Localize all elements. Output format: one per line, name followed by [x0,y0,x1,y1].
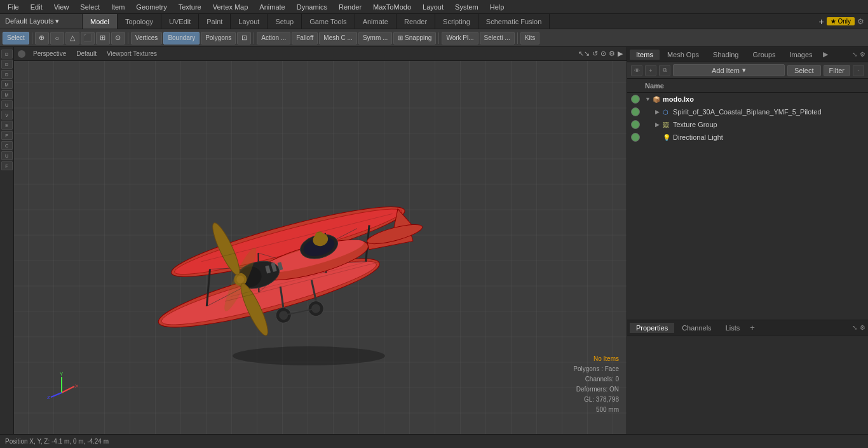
rp-tab-more[interactable]: ▶ [820,50,831,58]
work-pl-btn[interactable]: Work Pl... [442,32,478,44]
prop-tab-plus[interactable]: + [747,323,757,332]
action-btn[interactable]: Action ... [257,32,290,44]
sidebar-tool-2[interactable]: D [1,60,13,69]
layout-tab-game-tools[interactable]: Game Tools [302,14,355,29]
menu-item-system[interactable]: System [450,2,484,12]
layout-tab-schematic-fusion[interactable]: Schematic Fusion [478,14,550,29]
transform-icon-btn[interactable]: ⬛ [81,32,95,44]
add-item-btn[interactable]: Add Item ▾ [673,64,785,76]
sidebar-tool-10[interactable]: C [1,141,13,150]
prop-tab-lists[interactable]: Lists [719,323,747,333]
rp-tab-images[interactable]: Images [783,50,819,60]
layout-settings-icon[interactable]: ⚙ [857,17,864,26]
menu-item-select[interactable]: Select [75,2,105,12]
polygons-btn[interactable]: Polygons [201,32,236,44]
sidebar-tool-12[interactable]: F [1,161,13,170]
layout-dropdown[interactable]: Default Layouts ▾ [0,14,83,29]
rp-tab-groups[interactable]: Groups [746,50,782,60]
layout-tab-layout[interactable]: Layout [231,14,268,29]
select-mode-btn[interactable]: Select [3,32,29,44]
viewport-toggle-dot[interactable] [18,50,25,58]
circle-icon-btn[interactable]: ⊙ [111,32,125,44]
sidebar-tool-5[interactable]: M [1,90,13,99]
viewport-canvas[interactable]: X Y Z No Items Polygons : Face Channels:… [14,61,627,434]
vis-dot-modo-lxo[interactable] [631,95,640,104]
prop-maximize-icon[interactable]: ⤡ [852,324,857,331]
sidebar-tool-6[interactable]: U [1,100,13,109]
items-select-btn[interactable]: Select [787,65,821,76]
viewport-icon-arrows[interactable]: ↖↘ [578,50,590,58]
vis-dot-biplane[interactable] [631,107,640,116]
symm-btn[interactable]: Symm ... [358,32,392,44]
menu-item-animate[interactable]: Animate [254,2,290,12]
prop-tab-channels[interactable]: Channels [675,323,717,333]
menu-item-layout[interactable]: Layout [417,2,449,12]
sidebar-tool-4[interactable]: M [1,80,13,89]
menu-item-texture[interactable]: Texture [173,2,207,12]
item-row-modo-lxo[interactable]: ▼ 📦 modo.lxo [627,93,868,105]
layout-tab-topology[interactable]: Topology [118,14,161,29]
grid-icon-btn[interactable]: ⊞ [96,32,110,44]
perspective-label[interactable]: Perspective [31,50,69,58]
kits-btn[interactable]: Kits [520,32,540,44]
sidebar-tool-11[interactable]: U [1,151,13,160]
prop-settings-icon[interactable]: ⚙ [860,324,865,331]
rp-settings-icon[interactable]: ⚙ [860,51,865,58]
viewport-icon-play[interactable]: ▶ [618,50,623,58]
layout-tab-render[interactable]: Render [397,14,435,29]
rp-maximize-icon[interactable]: ⤡ [852,51,857,58]
snap-icon-btn[interactable]: △ [65,32,79,44]
rp-tab-shading[interactable]: Shading [707,50,745,60]
menu-item-geometry[interactable]: Geometry [131,2,172,12]
menu-item-item[interactable]: Item [106,2,130,12]
menu-item-help[interactable]: Help [485,2,510,12]
mesh-c-btn[interactable]: Mesh C ... [319,32,357,44]
sidebar-tool-1[interactable]: D [1,50,13,58]
menu-item-dynamics[interactable]: Dynamics [292,2,332,12]
sidebar-tool-7[interactable]: V [1,111,13,119]
default-label[interactable]: Default [74,50,99,58]
duplicate-icon[interactable]: ⧉ [659,65,670,76]
sidebar-tool-3[interactable]: D [1,70,13,79]
item-row-dir-light[interactable]: ▶ 💡 Directional Light [627,131,868,144]
boundary-btn[interactable]: Boundary [163,32,200,44]
item-row-biplane[interactable]: ▶ ⬡ Spirit_of_30A_Coastal_Biplane_YMF_5_… [627,105,868,118]
viewport-icon-eye[interactable]: ⊙ [600,50,606,58]
items-list-header: Name [627,79,868,93]
viewport-icon-rotate[interactable]: ↺ [592,50,598,58]
menu-item-maxtomodo[interactable]: MaxToModo [368,2,416,12]
layout-tab-uvedit[interactable]: UVEdit [161,14,199,29]
viewport-icon-gear[interactable]: ⚙ [609,50,615,58]
snapping-btn[interactable]: ⊞ Snapping [393,32,436,44]
sidebar-tool-8[interactable]: E [1,121,13,130]
sidebar-tool-9[interactable]: P [1,131,13,140]
layout-tab-animate[interactable]: Animate [355,14,397,29]
layout-tab-model[interactable]: Model [83,14,118,29]
orbit-icon-btn[interactable]: ○ [50,32,64,44]
menu-item-file[interactable]: File [3,2,24,12]
vis-dot-texture[interactable] [631,120,640,129]
menu-item-render[interactable]: Render [334,2,367,12]
eye-visibility-icon[interactable]: 👁 [631,65,642,76]
falloff-btn[interactable]: Falloff [292,32,318,44]
add-child-icon[interactable]: + [645,65,656,76]
layout-tab-paint[interactable]: Paint [199,14,231,29]
layout-plus-btn[interactable]: + [818,17,824,27]
rp-tab-items[interactable]: Items [630,50,660,60]
items-filter-btn[interactable]: Filter [824,65,850,76]
prop-tab-properties[interactable]: Properties [630,323,674,333]
collapse-icon[interactable]: - [853,65,864,76]
item-row-texture-group[interactable]: ▶ 🖼 Texture Group [627,118,868,131]
world-icon-btn[interactable]: ⊕ [35,32,49,44]
menu-item-view[interactable]: View [49,2,74,12]
viewport-textures-label[interactable]: Viewport Textures [104,50,159,58]
menu-item-vertex-map[interactable]: Vertex Map [208,2,254,12]
vertices-btn[interactable]: Vertices [131,32,163,44]
menu-item-edit[interactable]: Edit [25,2,48,12]
layout-tab-scripting[interactable]: Scripting [435,14,478,29]
rp-tab-mesh-ops[interactable]: Mesh Ops [661,50,705,60]
extra-tool-btn[interactable]: ⊡ [237,32,251,44]
vis-dot-dir-light[interactable] [631,133,640,142]
selecti-btn[interactable]: Selecti ... [480,32,515,44]
layout-tab-setup[interactable]: Setup [268,14,302,29]
